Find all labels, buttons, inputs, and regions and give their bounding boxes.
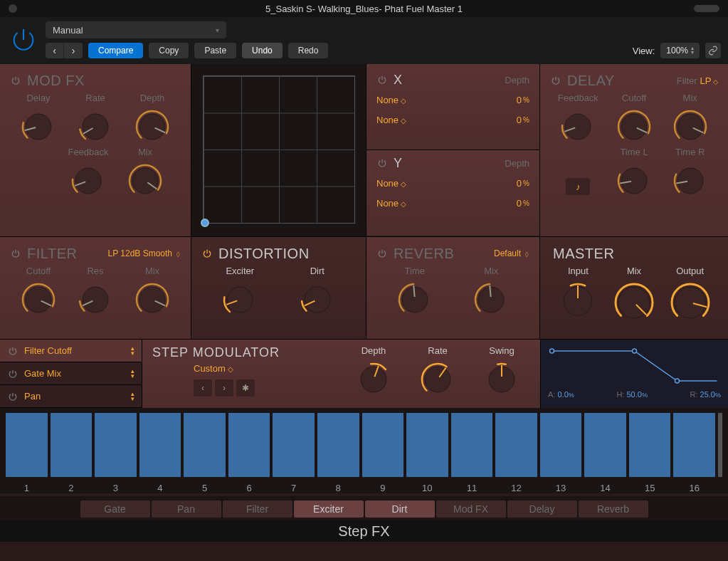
stepper-arrows-icon[interactable] xyxy=(131,369,134,379)
time-l-knob[interactable] xyxy=(616,162,653,199)
knob-label: Rate xyxy=(428,345,447,358)
depth-knob[interactable] xyxy=(355,361,392,398)
mix-knob[interactable] xyxy=(473,281,510,318)
envelope-graph[interactable] xyxy=(547,345,722,387)
tab-dirt[interactable]: Dirt xyxy=(365,500,435,518)
preset-dropdown[interactable]: Manual xyxy=(46,21,226,38)
stepper-arrows-icon[interactable] xyxy=(131,346,134,356)
tab-mod-fx[interactable]: Mod FX xyxy=(436,500,506,518)
xy-depth-value[interactable]: 0 xyxy=(517,95,522,105)
stepper-arrows-icon[interactable] xyxy=(131,392,134,402)
step-bar[interactable] xyxy=(184,413,226,477)
delay-filter-dropdown[interactable]: LP xyxy=(700,75,718,86)
exciter-knob[interactable] xyxy=(221,281,258,318)
mod-target-item[interactable]: Gate Mix xyxy=(0,362,142,385)
tab-exciter[interactable]: Exciter xyxy=(294,500,364,518)
x-power-button[interactable] xyxy=(376,74,388,85)
mod-target-power[interactable] xyxy=(7,368,19,379)
svg-point-8 xyxy=(132,168,158,194)
step-bar[interactable] xyxy=(540,413,582,477)
mod-target-power[interactable] xyxy=(7,345,19,357)
tempo-sync-button[interactable]: ♪ xyxy=(566,178,590,195)
delay-knob[interactable] xyxy=(20,108,57,145)
zoom-dropdown[interactable]: 100% ▴▾ xyxy=(660,43,700,58)
rate-knob[interactable] xyxy=(419,361,456,398)
delay-power-button[interactable] xyxy=(550,75,561,86)
tab-reverb[interactable]: Reverb xyxy=(579,500,648,518)
link-button[interactable] xyxy=(705,43,721,58)
mix-knob[interactable] xyxy=(613,281,655,324)
redo-button[interactable]: Redo xyxy=(288,43,329,58)
undo-button[interactable]: Undo xyxy=(242,43,283,58)
rate-knob[interactable] xyxy=(77,108,114,145)
step-loop-handle[interactable] xyxy=(718,413,722,477)
time-knob[interactable] xyxy=(396,281,433,318)
step-bar[interactable] xyxy=(362,413,404,477)
stepmod-preset-dropdown[interactable]: Custom xyxy=(194,363,280,374)
reverb-power-button[interactable] xyxy=(376,248,388,259)
tab-gate[interactable]: Gate xyxy=(80,500,150,518)
cutoff-knob[interactable] xyxy=(20,281,57,318)
step-bar[interactable] xyxy=(273,413,315,477)
xy-param-dropdown[interactable]: None xyxy=(376,178,406,189)
xy-param-dropdown[interactable]: None xyxy=(376,198,406,209)
modfx-power-button[interactable] xyxy=(10,75,21,86)
step-bar[interactable] xyxy=(584,413,626,477)
cutoff-knob[interactable] xyxy=(616,108,653,145)
xy-depth-value[interactable]: 0 xyxy=(517,115,522,125)
compare-button[interactable]: Compare xyxy=(88,43,143,58)
distortion-power-button[interactable] xyxy=(201,248,213,259)
filter-power-button[interactable] xyxy=(10,248,21,259)
stepmod-prev-button[interactable]: ‹ xyxy=(194,379,212,397)
reverb-preset-dropdown[interactable]: Default xyxy=(494,248,529,258)
swing-knob[interactable] xyxy=(483,361,520,398)
step-bar[interactable] xyxy=(95,413,137,477)
step-modulator-section: STEP MODULATOR Custom ‹ › ✱ Depth Rate xyxy=(142,340,541,408)
copy-button[interactable]: Copy xyxy=(149,43,189,58)
tab-filter[interactable]: Filter xyxy=(223,500,292,518)
step-bar[interactable] xyxy=(629,413,671,477)
mix-knob[interactable] xyxy=(672,108,709,145)
y-power-button[interactable] xyxy=(376,157,388,169)
step-bar[interactable] xyxy=(406,413,448,477)
dirt-knob[interactable] xyxy=(299,281,336,318)
bypass-button[interactable] xyxy=(7,23,40,56)
step-bar[interactable] xyxy=(228,413,270,477)
mod-target-item[interactable]: Filter Cutoff xyxy=(0,340,142,362)
time-r-knob[interactable] xyxy=(672,162,709,199)
mix-knob[interactable] xyxy=(127,162,164,199)
filter-mode-dropdown[interactable]: LP 12dB Smooth xyxy=(107,248,181,258)
feedback-knob[interactable] xyxy=(70,162,107,199)
output-knob[interactable] xyxy=(669,281,712,324)
xy-depth-value[interactable]: 0 xyxy=(517,198,522,209)
tab-pan[interactable]: Pan xyxy=(152,500,221,518)
xy-param-dropdown[interactable]: None xyxy=(376,115,406,125)
stepmod-next-button[interactable]: › xyxy=(215,379,233,397)
mix-knob-box: Mix xyxy=(117,147,174,199)
xy-param-dropdown[interactable]: None xyxy=(376,95,406,105)
power-icon xyxy=(201,248,213,259)
res-knob[interactable] xyxy=(77,281,114,318)
step-bar[interactable] xyxy=(6,413,48,477)
traffic-light-close[interactable] xyxy=(9,4,17,13)
step-bar[interactable] xyxy=(495,413,537,477)
step-bar[interactable] xyxy=(451,413,493,477)
step-bar[interactable] xyxy=(317,413,359,477)
mix-knob[interactable] xyxy=(134,281,171,318)
xy-depth-value[interactable]: 0 xyxy=(517,178,522,189)
step-bar[interactable] xyxy=(139,413,181,477)
stepmod-settings-button[interactable]: ✱ xyxy=(236,379,255,397)
step-bar[interactable] xyxy=(673,413,715,477)
depth-knob[interactable] xyxy=(134,108,171,145)
tab-delay[interactable]: Delay xyxy=(507,500,577,518)
mod-target-item[interactable]: Pan xyxy=(0,385,142,408)
input-knob[interactable] xyxy=(558,281,598,321)
prev-preset-button[interactable]: ‹ xyxy=(46,43,64,58)
step-bar[interactable] xyxy=(51,413,93,477)
mod-target-power[interactable] xyxy=(7,391,19,402)
xy-pad[interactable] xyxy=(203,75,355,224)
xy-handle[interactable] xyxy=(201,219,209,227)
feedback-knob[interactable] xyxy=(559,108,596,145)
paste-button[interactable]: Paste xyxy=(194,43,236,58)
next-preset-button[interactable]: › xyxy=(64,43,83,58)
